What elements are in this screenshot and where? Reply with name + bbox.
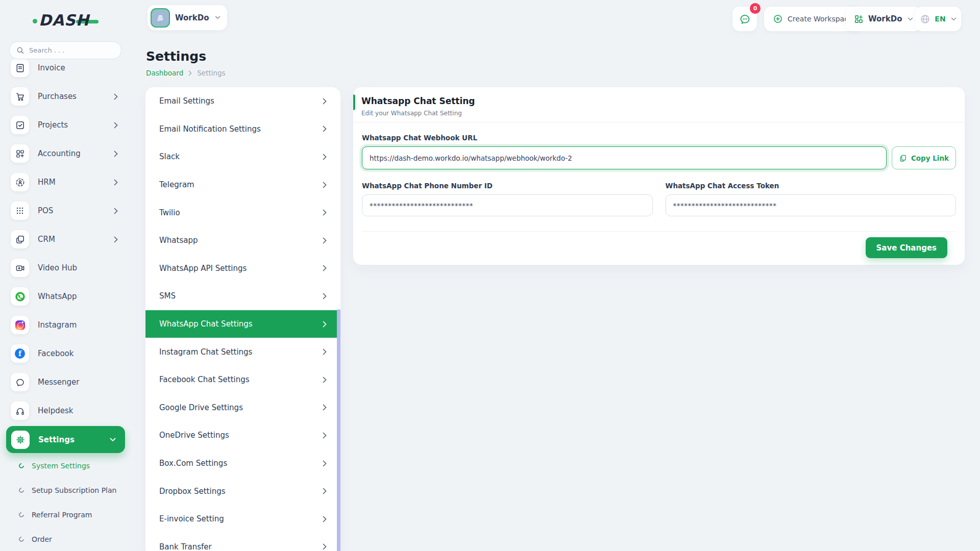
copy-icon	[899, 154, 907, 162]
sidebar-item-crm[interactable]: CRM	[0, 225, 132, 254]
menu-item-label: WhatsApp Chat Settings	[159, 319, 253, 329]
settings-menu-scrollbar[interactable]	[337, 309, 340, 551]
search-icon	[16, 46, 24, 55]
sidebar-subitem-label: Order	[32, 535, 52, 543]
plus-circle-icon	[773, 14, 783, 24]
settings-menu-item-whatsapp[interactable]: Whatsapp	[145, 227, 340, 255]
sidebar-item-whatsapp[interactable]: WhatsApp	[0, 282, 132, 311]
chevron-right-icon	[323, 209, 327, 216]
sidebar-item-hrm[interactable]: HRM	[0, 168, 132, 196]
sidebar-item-messenger[interactable]: Messenger	[0, 368, 132, 396]
sidebar-subitem-setup-subscription-plan[interactable]: Setup Subscription Plan	[0, 478, 132, 503]
phone-number-id-label: WhatsApp Chat Phone Number ID	[362, 182, 653, 190]
app-switcher-button[interactable]: WorkDo	[846, 7, 921, 31]
sidebar: Invoice Purchases Projects Accounting	[0, 0, 132, 551]
sidebar-item-label: Purchases	[38, 92, 105, 101]
panel-footer: Save Changes	[362, 231, 956, 264]
settings-menu-item-e-invoice-setting[interactable]: E-invoice Setting	[145, 505, 340, 533]
menu-item-label: Bank Transfer	[159, 542, 212, 551]
copy-link-button[interactable]: Copy Link	[892, 146, 956, 169]
settings-menu-item-telegram[interactable]: Telegram	[145, 171, 340, 199]
sidebar-item-pos[interactable]: POS	[0, 196, 132, 225]
language-selector[interactable]: EN	[915, 7, 961, 31]
access-token-input[interactable]	[666, 194, 957, 216]
circle-bullet-icon	[18, 511, 25, 518]
sidebar-subitem-system-settings[interactable]: System Settings	[0, 454, 132, 478]
sidebar-item-projects[interactable]: Projects	[0, 111, 132, 139]
sidebar-subitem-order[interactable]: Order	[0, 527, 132, 551]
chevron-right-icon	[323, 182, 327, 188]
settings-menu-card: Email Settings Email Notification Settin…	[145, 87, 340, 551]
sidebar-item-label: Helpdesk	[38, 406, 132, 415]
sidebar-item-label: Accounting	[38, 149, 105, 158]
settings-menu-item-google-drive-settings[interactable]: Google Drive Settings	[145, 394, 340, 422]
chevron-right-icon	[323, 126, 327, 132]
dash-logo[interactable]: DASH	[33, 11, 99, 29]
circle-bullet-icon	[18, 462, 25, 469]
settings-menu-item-whatsapp-api-settings[interactable]: WhatsApp API Settings	[145, 255, 340, 283]
settings-menu-item-sms[interactable]: SMS	[145, 282, 340, 310]
settings-menu-item-whatsapp-chat-settings[interactable]: WhatsApp Chat Settings	[145, 310, 340, 338]
chevron-right-icon	[323, 488, 327, 494]
settings-menu-item-onedrive-settings[interactable]: OneDrive Settings	[145, 421, 340, 449]
chevron-right-icon	[323, 460, 327, 467]
purchases-icon	[11, 87, 29, 106]
whatsapp-chat-setting-panel: Whatsapp Chat Setting Edit your Whatsapp…	[353, 87, 965, 265]
messages-button[interactable]: 0	[732, 7, 757, 31]
chevron-right-icon	[114, 236, 118, 243]
workspace-selector[interactable]: WorkDo	[148, 5, 227, 30]
settings-menu-item-slack[interactable]: Slack	[145, 143, 340, 171]
settings-menu-item-dropbox-settings[interactable]: Dropbox Settings	[145, 477, 340, 505]
sidebar-item-label: Messenger	[38, 378, 132, 387]
sidebar-item-video-hub[interactable]: Video Hub	[0, 254, 132, 282]
panel-subtitle: Edit your Whatsapp Chat Setting	[361, 110, 957, 117]
menu-item-label: OneDrive Settings	[159, 431, 229, 440]
globe-icon	[920, 14, 930, 24]
sidebar-item-facebook[interactable]: Facebook	[0, 339, 132, 368]
messenger-icon	[11, 373, 29, 391]
save-changes-button[interactable]: Save Changes	[866, 237, 947, 258]
webhook-url-input[interactable]	[362, 146, 887, 169]
menu-item-label: Slack	[159, 152, 180, 161]
sidebar-item-label: Video Hub	[38, 263, 132, 272]
breadcrumb-dashboard-link[interactable]: Dashboard	[146, 69, 183, 77]
settings-menu-item-email-notification-settings[interactable]: Email Notification Settings	[145, 115, 340, 143]
access-token-label: WhatsApp Chat Access Token	[666, 182, 957, 190]
settings-menu-item-instagram-chat-settings[interactable]: Instagram Chat Settings	[145, 338, 340, 366]
copy-link-label: Copy Link	[911, 154, 949, 162]
sidebar-item-accounting[interactable]: Accounting	[0, 139, 132, 168]
breadcrumb: Dashboard Settings	[146, 69, 226, 77]
chevron-right-icon	[323, 265, 327, 271]
workspace-avatar	[151, 8, 170, 28]
search-input[interactable]	[29, 46, 114, 54]
chevron-right-icon	[323, 543, 327, 550]
chevron-right-icon	[188, 70, 192, 76]
settings-menu-item-facebook-chat-settings[interactable]: Facebook Chat Settings	[145, 366, 340, 394]
gear-icon	[11, 431, 30, 449]
menu-item-label: SMS	[159, 291, 176, 300]
settings-menu-item-bank-transfer[interactable]: Bank Transfer	[145, 533, 340, 551]
sidebar-item-label: CRM	[38, 235, 105, 244]
sidebar-item-instagram[interactable]: Instagram	[0, 311, 132, 339]
chevron-right-icon	[323, 237, 327, 244]
sidebar-item-settings[interactable]: Settings	[6, 426, 125, 453]
settings-menu-item-twilio[interactable]: Twilio	[145, 198, 340, 227]
phone-number-id-input[interactable]	[362, 194, 653, 216]
menu-item-label: Dropbox Settings	[159, 487, 226, 496]
menu-item-label: Whatsapp	[159, 236, 198, 245]
chevron-right-icon	[323, 377, 327, 383]
settings-menu-item-email-settings[interactable]: Email Settings	[145, 87, 340, 115]
settings-menu-item-boxcom-settings[interactable]: Box.Com Settings	[145, 449, 340, 478]
sidebar-item-purchases[interactable]: Purchases	[0, 82, 132, 111]
create-workspace-label: Create Workspace	[788, 15, 853, 23]
sidebar-item-label: Invoice	[38, 63, 132, 72]
sidebar-subitem-referral-program[interactable]: Referral Program	[0, 503, 132, 527]
sidebar-item-label: Projects	[38, 120, 105, 130]
chevron-right-icon	[114, 151, 118, 157]
chevron-right-icon	[323, 321, 327, 328]
sidebar-item-helpdesk[interactable]: Helpdesk	[0, 396, 132, 425]
sidebar-item-label: Instagram	[38, 320, 132, 330]
messages-count-badge: 0	[750, 3, 761, 14]
video-hub-icon	[11, 259, 29, 277]
crm-icon	[11, 230, 29, 248]
